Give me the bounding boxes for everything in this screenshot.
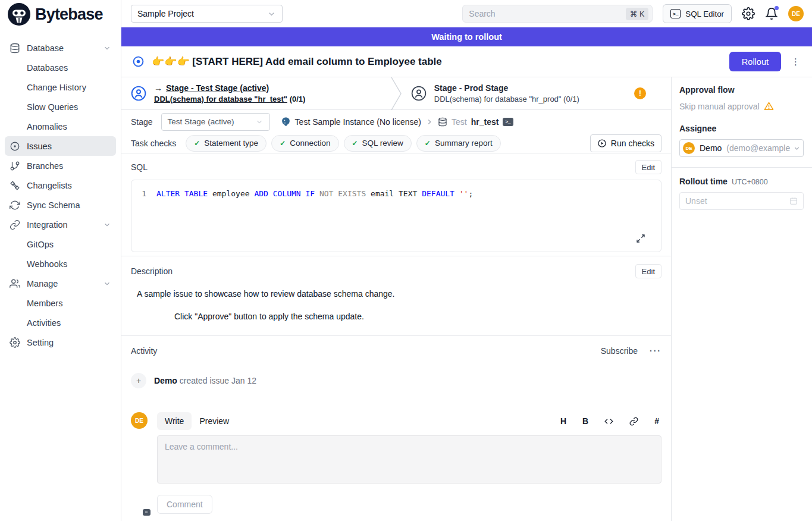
pencil-ruler-icon xyxy=(10,180,20,191)
sidebar-item-branches[interactable]: Branches xyxy=(5,156,116,175)
stage-pipeline: → Stage - Test Stage (active) DDL(schema… xyxy=(121,77,671,110)
user-avatar[interactable]: DE xyxy=(788,6,804,21)
sidebar-item-change-history[interactable]: Change History xyxy=(5,77,116,97)
sidebar-item-manage[interactable]: Manage xyxy=(5,274,116,293)
rollout-button[interactable]: Rollout xyxy=(729,52,781,71)
issue-title: 👉👉👉 [START HERE] Add email column to Emp… xyxy=(152,55,442,68)
run-checks-button[interactable]: Run checks xyxy=(590,134,661,152)
sidebar-item-members[interactable]: Members xyxy=(5,293,116,313)
check-summary-report[interactable]: ✓ Summary report xyxy=(416,135,501,152)
sql-edit-button[interactable]: Edit xyxy=(635,160,661,174)
tab-write[interactable]: Write xyxy=(157,412,192,430)
brand[interactable]: Bytebase xyxy=(0,0,121,29)
assignee-label: Assignee xyxy=(679,124,804,133)
link-icon xyxy=(10,219,20,230)
database-name[interactable]: hr_test xyxy=(471,117,499,127)
left-sidebar: Bytebase Database Databases Change Histo… xyxy=(0,0,121,521)
calendar-icon xyxy=(789,197,798,205)
subscribe-button[interactable]: Subscribe xyxy=(601,346,638,356)
assignee-select[interactable]: DE Demo (demo@example xyxy=(679,139,804,157)
check-icon: ✓ xyxy=(352,139,358,147)
description-edit-button[interactable]: Edit xyxy=(635,264,661,278)
notification-bell-icon[interactable] xyxy=(765,7,778,20)
timezone-label: UTC+0800 xyxy=(732,178,768,186)
panel-divider xyxy=(672,167,812,168)
fullscreen-expand-icon[interactable] xyxy=(636,234,645,243)
search-box[interactable]: ⌘ K xyxy=(462,5,653,23)
activity-text: created issue Jan 12 xyxy=(177,376,256,385)
stage-warning-icon: ! xyxy=(634,87,646,99)
code-icon[interactable] xyxy=(604,417,613,426)
settings-gear-icon[interactable] xyxy=(742,7,755,20)
heading-icon[interactable]: H xyxy=(560,416,566,426)
sidebar-item-setting[interactable]: Setting xyxy=(5,332,116,352)
stage-title: Stage - Prod Stage xyxy=(434,83,508,93)
sql-editor[interactable]: 1 ALTER TABLE employee ADD COLUMN IF NOT… xyxy=(131,180,661,252)
kebab-menu-icon[interactable]: ⋮ xyxy=(788,57,804,67)
check-icon: ✓ xyxy=(425,139,431,147)
issue-dot-icon xyxy=(10,141,20,152)
main-column: Sample Project ⌘ K >_ SQL Editor xyxy=(121,0,812,521)
sidebar-item-slow-queries[interactable]: Slow Queries xyxy=(5,97,116,117)
ellipsis-menu-icon[interactable]: ··· xyxy=(650,346,661,356)
project-select[interactable]: Sample Project xyxy=(131,5,283,23)
composer-avatar: DE xyxy=(131,412,148,514)
comment-button[interactable]: Comment xyxy=(157,495,212,514)
sidebar-item-changelists[interactable]: Changelists xyxy=(5,175,116,195)
sidebar-item-integration[interactable]: Integration xyxy=(5,215,116,234)
activity-user[interactable]: Demo xyxy=(154,376,177,385)
tab-preview[interactable]: Preview xyxy=(192,412,237,430)
sidebar-item-sync-schema[interactable]: Sync Schema xyxy=(5,195,116,215)
stage-title-link[interactable]: Stage - Test Stage (active) xyxy=(166,83,269,93)
stage-prod[interactable]: Stage - Prod Stage DDL(schema) for datab… xyxy=(402,77,671,109)
sidebar-item-gitops[interactable]: GitOps xyxy=(5,234,116,254)
description-line: Click "Approve" button to apply the sche… xyxy=(174,312,661,321)
sidebar-item-databases[interactable]: Databases xyxy=(5,58,116,77)
comment-bubble-icon xyxy=(143,509,151,516)
sidebar-item-database[interactable]: Database xyxy=(5,38,116,58)
sidebar-item-activities[interactable]: Activities xyxy=(5,313,116,332)
chevron-down-icon xyxy=(793,145,801,152)
approval-flow-label: Approval flow xyxy=(679,85,804,95)
sql-section: SQL Edit 1 ALTER TABLE employee ADD COLU… xyxy=(121,153,671,256)
app-root: Bytebase Database Databases Change Histo… xyxy=(0,0,812,521)
issue-content: → Stage - Test Stage (active) DDL(schema… xyxy=(121,77,671,521)
search-input[interactable] xyxy=(469,9,626,18)
link-icon[interactable] xyxy=(629,417,638,426)
check-sql-review[interactable]: ✓ SQL review xyxy=(344,135,412,152)
sidebar-item-webhooks[interactable]: Webhooks xyxy=(5,254,116,274)
arrow-right-icon: → xyxy=(154,83,162,93)
chevron-down-icon xyxy=(255,118,264,126)
check-icon: ✓ xyxy=(280,139,286,147)
database-breadcrumb: Test Sample Instance (No license) Test h… xyxy=(281,117,513,127)
sql-label: SQL xyxy=(131,162,148,172)
task-checks-row: Task checks ✓ Statement type ✓ Connectio… xyxy=(121,133,671,153)
sidebar-item-issues[interactable]: Issues xyxy=(5,136,116,156)
check-connection[interactable]: ✓ Connection xyxy=(271,135,338,152)
person-circle-icon-active xyxy=(131,86,146,101)
comment-input[interactable] xyxy=(157,435,661,484)
open-in-sql-editor-icon[interactable]: >_ xyxy=(503,118,513,126)
composer-toolbar: H B # xyxy=(560,416,661,426)
bold-icon[interactable]: B xyxy=(582,416,588,426)
sidebar-item-label: Database xyxy=(27,43,64,53)
stage-select[interactable]: Test Stage (active) xyxy=(161,113,270,131)
instance-name[interactable]: Test Sample Instance (No license) xyxy=(295,117,421,127)
sidebar-item-anomalies[interactable]: Anomalies xyxy=(5,117,116,136)
sql-editor-button[interactable]: >_ SQL Editor xyxy=(663,4,732,23)
warning-triangle-icon xyxy=(764,101,774,111)
activity-label: Activity xyxy=(131,346,157,356)
description-line: A sample issue to showcase how to review… xyxy=(137,289,661,299)
check-statement-type[interactable]: ✓ Statement type xyxy=(186,135,267,152)
stage-test[interactable]: → Stage - Test Stage (active) DDL(schema… xyxy=(121,77,391,109)
top-bar: Sample Project ⌘ K >_ SQL Editor xyxy=(121,0,812,27)
environment-tag: Test xyxy=(452,117,467,127)
approval-status: Skip manual approval xyxy=(679,101,804,111)
task-checks-label: Task checks xyxy=(131,139,176,148)
sidebar-nav: Database Databases Change History Slow Q… xyxy=(0,29,121,352)
stage-task-link[interactable]: DDL(schema) for database "hr_test" xyxy=(154,95,287,103)
rollout-time-picker[interactable]: Unset xyxy=(679,192,804,210)
hash-icon[interactable]: # xyxy=(654,416,659,426)
stage-task: DDL(schema) for database "hr_prod" (0/1) xyxy=(434,95,579,103)
chevron-down-icon xyxy=(267,10,276,18)
